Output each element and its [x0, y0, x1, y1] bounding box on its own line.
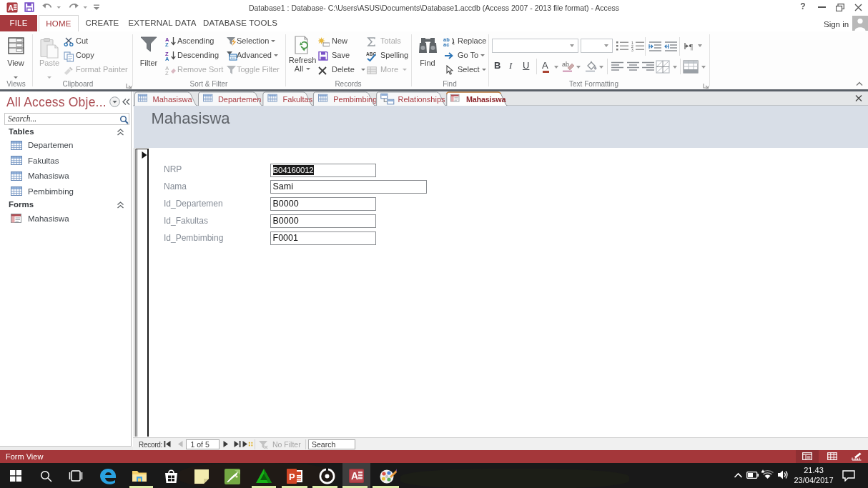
svg-text:¶: ¶	[689, 42, 693, 51]
svg-text:Mahasiswa: Mahasiswa	[466, 94, 506, 103]
svg-text:Fakultas: Fakultas	[283, 94, 313, 103]
svg-text:3: 3	[631, 48, 633, 52]
svg-text:Mahasiswa: Mahasiswa	[153, 94, 193, 103]
svg-text:ac: ac	[443, 41, 449, 46]
svg-text:Relationships: Relationships	[398, 94, 446, 103]
svg-text:ab: ab	[562, 61, 569, 68]
svg-text:P: P	[289, 472, 295, 482]
svg-text:A: A	[165, 56, 169, 61]
svg-text:A: A	[351, 470, 358, 482]
svg-text:Z: Z	[165, 70, 169, 75]
svg-text:Pembimbing: Pembimbing	[333, 94, 377, 103]
svg-text:Z: Z	[165, 41, 169, 46]
svg-text:Departemen: Departemen	[218, 94, 262, 103]
